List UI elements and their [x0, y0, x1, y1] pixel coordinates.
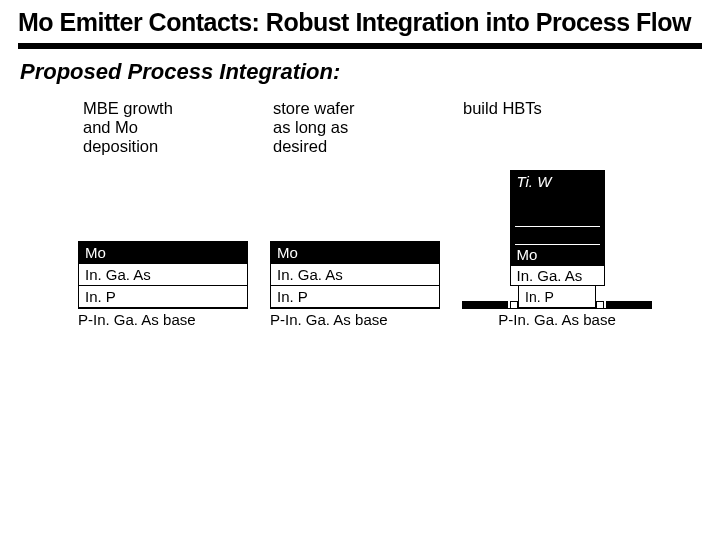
- layer-base: P-In. Ga. As base: [462, 308, 652, 328]
- stage-labels-row: MBE growthand Modeposition store waferas…: [83, 99, 702, 156]
- stage-label-2: store waferas long asdesired: [273, 99, 423, 156]
- layer-mo: Mo: [510, 244, 605, 266]
- layer-inp: In. P: [270, 286, 440, 308]
- stage-label-3: build HBTs: [463, 99, 623, 156]
- stack-stage-2: Mo In. Ga. As In. P P-In. Ga. As base: [270, 241, 440, 328]
- slide: Mo Emitter Contacts: Robust Integration …: [0, 0, 720, 336]
- layer-base: P-In. Ga. As base: [270, 308, 440, 328]
- stack-stage-3-hbt: Ti. W Mo In. Ga. As In. P P-In. Ga. As b…: [462, 170, 652, 328]
- hbt-pad-right: [604, 286, 652, 308]
- title-rule: [18, 43, 702, 49]
- stack-stage-1: Mo In. Ga. As In. P P-In. Ga. As base: [78, 241, 248, 328]
- layer-mo: Mo: [78, 241, 248, 264]
- hbt-notch-right: [596, 301, 604, 308]
- hbt-pad-bar: [462, 301, 508, 308]
- layer-ingaas: In. Ga. As: [510, 266, 605, 286]
- layer-inp: In. P: [78, 286, 248, 308]
- layer-ingaas: In. Ga. As: [270, 264, 440, 286]
- layer-tiw-label: Ti. W: [517, 173, 552, 190]
- layer-ingaas: In. Ga. As: [78, 264, 248, 286]
- layer-mo: Mo: [270, 241, 440, 264]
- hbt-notch-left: [510, 301, 518, 308]
- hbt-pad-left: [462, 286, 510, 308]
- layer-inp: In. P: [518, 286, 596, 308]
- layer-tiw: Ti. W: [510, 170, 605, 226]
- hbt-pad-bar: [606, 301, 652, 308]
- layer-base: P-In. Ga. As base: [78, 308, 248, 328]
- stage-label-1: MBE growthand Modeposition: [83, 99, 233, 156]
- layer-spacer: [510, 226, 605, 244]
- diagrams-row: Mo In. Ga. As In. P P-In. Ga. As base Mo…: [78, 170, 702, 328]
- slide-title: Mo Emitter Contacts: Robust Integration …: [18, 8, 702, 37]
- slide-subtitle: Proposed Process Integration:: [20, 59, 702, 85]
- hbt-emitter-stack: Ti. W Mo In. Ga. As: [510, 170, 605, 286]
- hbt-inp-row: In. P: [462, 286, 652, 308]
